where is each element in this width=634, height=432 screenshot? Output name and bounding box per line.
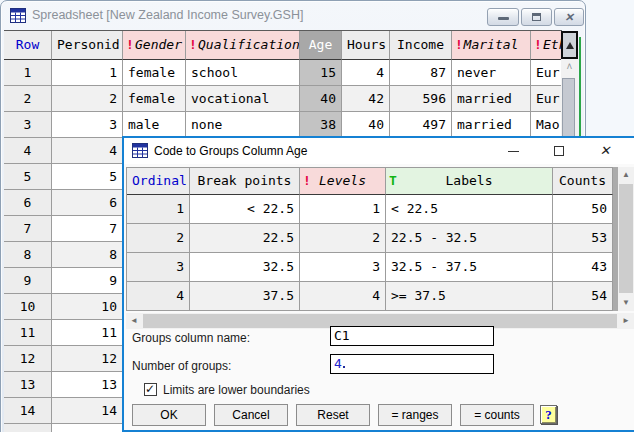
cell[interactable]: 2 xyxy=(52,86,123,112)
cell[interactable]: 3 xyxy=(300,253,386,282)
cell[interactable]: 11 xyxy=(52,320,123,346)
cell[interactable]: never xyxy=(452,60,531,86)
restore-button[interactable] xyxy=(521,8,552,26)
cell[interactable]: female xyxy=(123,60,186,86)
cell[interactable]: 5 xyxy=(52,164,123,190)
column-header-labels[interactable]: TLabels xyxy=(386,168,553,195)
column-header-income[interactable]: Income xyxy=(390,31,452,60)
column-header-counts[interactable]: Counts xyxy=(553,168,613,195)
cell[interactable]: 7 xyxy=(52,216,123,242)
dialog-titlebar[interactable]: Code to Groups Column Age xyxy=(124,138,634,164)
scrollbar-thumb[interactable] xyxy=(562,78,575,137)
cell[interactable]: married xyxy=(452,86,531,112)
cell[interactable]: < 22.5 xyxy=(190,195,300,224)
column-header-age[interactable]: Age xyxy=(300,31,342,60)
ok-button[interactable]: OK xyxy=(132,404,206,426)
cell[interactable]: 38 xyxy=(300,112,342,138)
cell[interactable]: 15 xyxy=(300,60,342,86)
limits-checkbox[interactable] xyxy=(144,383,157,396)
cell[interactable]: 4 xyxy=(300,282,386,311)
cell[interactable]: 8 xyxy=(52,242,123,268)
column-header-ordinal[interactable]: Ordinal: xyxy=(127,168,190,195)
row-header[interactable]: 4 xyxy=(127,282,190,311)
row-header[interactable]: 12 xyxy=(4,346,52,372)
cell[interactable]: 497 xyxy=(390,112,452,138)
row-header[interactable]: 5 xyxy=(4,164,52,190)
cell[interactable]: 53 xyxy=(553,224,613,253)
cell[interactable]: Eur xyxy=(531,60,562,86)
cell[interactable]: 10 xyxy=(52,294,123,320)
cell[interactable]: female xyxy=(123,86,186,112)
cell[interactable]: Mao xyxy=(531,112,562,138)
cell[interactable]: male xyxy=(123,112,186,138)
help-button[interactable]: ? xyxy=(540,405,557,424)
cell[interactable]: 4 xyxy=(342,60,390,86)
cell[interactable]: married xyxy=(452,112,531,138)
cell[interactable]: 43 xyxy=(553,253,613,282)
cell[interactable]: 37.5 xyxy=(190,282,300,311)
cell[interactable]: 4 xyxy=(52,138,123,164)
column-header-personid[interactable]: Personid xyxy=(52,31,123,60)
cell[interactable]: 14 xyxy=(52,398,123,424)
scroll-up-button[interactable] xyxy=(561,31,578,59)
cell[interactable]: 40 xyxy=(342,112,390,138)
row-header[interactable]: 1 xyxy=(4,60,52,86)
cell[interactable]: 6 xyxy=(52,190,123,216)
reset-button[interactable]: Reset xyxy=(296,404,370,426)
dialog-minimize-button[interactable] xyxy=(490,138,536,163)
cell[interactable]: 32.5 - 37.5 xyxy=(386,253,553,282)
cell[interactable]: Eur xyxy=(531,86,562,112)
cell[interactable]: 15 xyxy=(52,424,123,432)
row-header[interactable]: 1 xyxy=(127,195,190,224)
cell[interactable]: 2 xyxy=(300,224,386,253)
cell[interactable]: 1 xyxy=(300,195,386,224)
cell[interactable]: 40 xyxy=(300,86,342,112)
column-header-gender[interactable]: !Gender xyxy=(123,31,186,60)
close-button[interactable] xyxy=(554,8,584,26)
row-header[interactable]: 9 xyxy=(4,268,52,294)
row-header[interactable]: 11 xyxy=(4,320,52,346)
column-header-breakpoints[interactable]: Break points xyxy=(190,168,300,195)
column-header-levels[interactable]: !Levels xyxy=(300,168,386,195)
row-header[interactable]: 13 xyxy=(4,372,52,398)
row-header[interactable]: 3 xyxy=(127,253,190,282)
row-header[interactable]: 2 xyxy=(127,224,190,253)
cell[interactable]: none xyxy=(186,112,300,138)
column-header-ethn[interactable]: !Ethn xyxy=(531,31,562,60)
cell[interactable]: 596 xyxy=(390,86,452,112)
cell[interactable]: 3 xyxy=(52,112,123,138)
dialog-close-button[interactable] xyxy=(582,138,628,163)
row-header[interactable]: 6 xyxy=(4,190,52,216)
dialog-maximize-button[interactable] xyxy=(536,138,582,163)
cell[interactable]: vocational xyxy=(186,86,300,112)
cell[interactable]: 54 xyxy=(553,282,613,311)
cell[interactable]: >= 37.5 xyxy=(386,282,553,311)
row-header[interactable]: 8 xyxy=(4,242,52,268)
row-header[interactable]: 4 xyxy=(4,138,52,164)
cell[interactable]: 12 xyxy=(52,346,123,372)
cell[interactable]: 1 xyxy=(52,60,123,86)
row-header[interactable]: 10 xyxy=(4,294,52,320)
cell[interactable]: school xyxy=(186,60,300,86)
row-header[interactable]: 14 xyxy=(4,398,52,424)
spreadsheet-titlebar[interactable]: Spreadsheet [New Zealand Income Survey.G… xyxy=(1,1,585,30)
counts-button[interactable]: = counts xyxy=(460,404,534,426)
cell[interactable]: 22.5 - 32.5 xyxy=(386,224,553,253)
minimize-button[interactable] xyxy=(487,8,519,26)
table-vertical-scrollbar[interactable] xyxy=(618,167,634,311)
cell[interactable]: 13 xyxy=(52,372,123,398)
vertical-scrollbar[interactable] xyxy=(561,59,578,137)
cell[interactable]: 50 xyxy=(553,195,613,224)
cell[interactable]: < 22.5 xyxy=(386,195,553,224)
groups-column-name-input[interactable]: C1 xyxy=(330,326,494,346)
row-header[interactable]: 15 xyxy=(4,424,52,432)
column-header-row[interactable]: Row xyxy=(4,31,52,60)
cell[interactable]: 9 xyxy=(52,268,123,294)
column-header-marital[interactable]: !Marital xyxy=(452,31,531,60)
cell[interactable]: 22.5 xyxy=(190,224,300,253)
cell[interactable]: 87 xyxy=(390,60,452,86)
row-header[interactable]: 7 xyxy=(4,216,52,242)
number-of-groups-input[interactable]: 4 xyxy=(330,354,494,374)
scrollbar-thumb[interactable] xyxy=(619,184,633,293)
row-header[interactable]: 2 xyxy=(4,86,52,112)
